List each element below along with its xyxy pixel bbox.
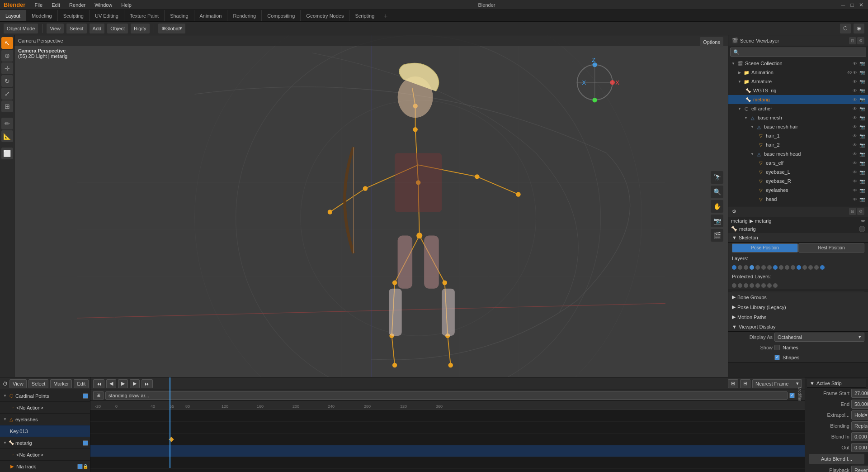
- eye-icon[interactable]: 👁: [852, 197, 858, 202]
- tab-sculpting[interactable]: Sculpting: [58, 10, 90, 21]
- layer-dot-10[interactable]: [785, 265, 789, 270]
- layer-dot-6[interactable]: [761, 265, 766, 270]
- eye-icon[interactable]: 👁: [852, 124, 858, 129]
- pose-position-btn[interactable]: Pose Position: [732, 243, 798, 253]
- eye-icon[interactable]: 👁: [852, 133, 858, 138]
- strip-active-check[interactable]: [789, 393, 795, 398]
- viewport-display-header[interactable]: ▼ Viewport Display: [728, 322, 868, 332]
- outliner-item-hair-2[interactable]: ▽ hair_2 👁 📷: [728, 140, 868, 149]
- viewport[interactable]: Camera Perspective Camera Perspective (5…: [14, 35, 728, 377]
- blend-in-value[interactable]: 0.000: [851, 432, 868, 441]
- layer-dot-7[interactable]: [767, 265, 772, 270]
- outliner-settings-icon[interactable]: ⚙: [857, 37, 864, 44]
- outliner-item-animation[interactable]: ▶ 📁 Animation 40 👁 📷: [728, 68, 868, 77]
- render-icon[interactable]: 📷: [859, 152, 865, 157]
- camera-btn[interactable]: 📷: [711, 215, 723, 227]
- annotate-tool[interactable]: ✏: [1, 118, 13, 129]
- next-frame-btn[interactable]: ▶: [130, 379, 140, 388]
- props-settings-icon[interactable]: ⚙: [857, 208, 864, 215]
- tab-texture-paint[interactable]: Texture Paint: [124, 10, 165, 21]
- eye-icon[interactable]: 👁: [852, 106, 858, 111]
- pose-library-row[interactable]: ▶ Pose Library (Legacy): [728, 302, 868, 312]
- outliner-item-eyebase-l[interactable]: ▽ eyebase_L 👁 📷: [728, 167, 868, 176]
- outliner-item-armature-collection[interactable]: ▼ 📁 Armature 👁 📷: [728, 77, 868, 86]
- outliner-item-base-mesh-head[interactable]: ▼ △ base mesh head 👁 📷: [728, 149, 868, 158]
- select-menu-btn[interactable]: Select: [66, 24, 87, 33]
- protected-dot-5[interactable]: [755, 283, 760, 288]
- select-tool[interactable]: ↖: [1, 37, 13, 49]
- pan-btn[interactable]: ✋: [711, 200, 723, 213]
- layer-dot-13[interactable]: [802, 265, 807, 270]
- outliner-item-base-mesh-hair[interactable]: ▼ △ base mesh hair 👁 📷: [728, 122, 868, 131]
- render-icon[interactable]: 📷: [859, 106, 865, 111]
- tab-layout[interactable]: Layout: [0, 10, 26, 21]
- scale-tool[interactable]: ⤢: [1, 88, 13, 100]
- render-icon[interactable]: 📷: [859, 179, 865, 184]
- eye-icon[interactable]: 👁: [852, 152, 858, 157]
- track-metarig[interactable]: ▼ 🦴 metarig: [0, 437, 90, 449]
- move-tool[interactable]: ✛: [1, 62, 13, 74]
- rest-position-btn[interactable]: Rest Position: [798, 243, 864, 253]
- layer-dot-12[interactable]: [797, 265, 801, 270]
- last-frame-btn[interactable]: ⏭: [142, 379, 153, 388]
- outliner-item-head[interactable]: ▽ head 👁 📷: [728, 195, 868, 204]
- frame-start-value[interactable]: 27.000: [851, 389, 868, 398]
- layer-dot-15[interactable]: [814, 265, 819, 270]
- outliner-item-ears[interactable]: ▽ ears_elf 👁 📷: [728, 158, 868, 167]
- render-icon[interactable]: 📷: [859, 188, 865, 193]
- bone-groups-row[interactable]: ▶ Bone Groups: [728, 292, 868, 302]
- end-value[interactable]: 58.000: [851, 400, 868, 409]
- play-btn[interactable]: ⏮: [93, 379, 104, 388]
- protected-dot-6[interactable]: [761, 283, 766, 288]
- add-menu-btn[interactable]: Add: [90, 24, 105, 33]
- nearest-frame-dropdown[interactable]: Nearest Frame ▾: [752, 379, 802, 388]
- viewport-options-btn[interactable]: Options: [700, 37, 723, 47]
- skeleton-section-header[interactable]: ▼ Skeleton: [728, 233, 868, 243]
- zoom-in-btn[interactable]: 🔭: [711, 171, 723, 184]
- strip-toggle-btn[interactable]: ⊞: [93, 391, 104, 400]
- render-icon[interactable]: 📷: [859, 115, 865, 120]
- track-nla[interactable]: ▶ NlaTrack 🔒: [0, 461, 90, 472]
- layer-dot-5[interactable]: [755, 265, 760, 270]
- track-key013[interactable]: Key.013: [0, 425, 90, 437]
- outliner-search[interactable]: 🔍: [730, 48, 866, 57]
- eye-icon[interactable]: 👁: [852, 170, 858, 175]
- props-filter-icon[interactable]: ⊟: [849, 208, 856, 215]
- select-btn[interactable]: Select: [28, 379, 49, 388]
- rigify-btn[interactable]: Rigify: [131, 24, 150, 33]
- menu-file[interactable]: File: [33, 1, 44, 9]
- tab-compositing[interactable]: Compositing: [262, 10, 301, 21]
- menu-help[interactable]: Help: [119, 1, 133, 9]
- close-button[interactable]: ✕: [858, 2, 864, 8]
- protected-dot-4[interactable]: [750, 283, 754, 288]
- eye-icon[interactable]: 👁: [852, 79, 858, 84]
- blending-dropdown[interactable]: Replace ▾: [851, 421, 868, 430]
- minimize-button[interactable]: ─: [840, 2, 846, 8]
- track-eyelashes[interactable]: ▼ △ eyelashes: [0, 414, 90, 425]
- outliner-item-eyebase-r[interactable]: ▽ eyebase_R 👁 📷: [728, 176, 868, 186]
- layer-dot-9[interactable]: [779, 265, 783, 270]
- layer-dot-8[interactable]: [773, 265, 778, 270]
- tab-shading[interactable]: Shading: [165, 10, 194, 21]
- outliner-item-metarig[interactable]: 🦴 metarig 👁 📷: [728, 95, 868, 104]
- render-icon[interactable]: 📷: [859, 61, 865, 66]
- menu-window[interactable]: Window: [93, 1, 114, 9]
- prev-frame-btn[interactable]: ◀: [106, 379, 116, 388]
- render-icon[interactable]: 📷: [859, 124, 865, 129]
- menu-edit[interactable]: Edit: [50, 1, 62, 9]
- outliner-filter-icon[interactable]: ⊟: [849, 37, 856, 44]
- eye-icon[interactable]: 👁: [852, 61, 858, 66]
- display-as-dropdown[interactable]: Octahedral ▾: [774, 333, 864, 342]
- protected-dot-8[interactable]: [773, 283, 778, 288]
- outliner-item-hair-1[interactable]: ▽ hair_1 👁 📷: [728, 131, 868, 140]
- tab-modeling[interactable]: Modeling: [26, 10, 58, 21]
- layer-dot-16[interactable]: [820, 265, 825, 270]
- track-cardinal-points[interactable]: ▼ ⬡ Cardinal Points: [0, 390, 90, 402]
- camera2-btn[interactable]: 🎬: [711, 229, 723, 242]
- edit-btn[interactable]: Edit: [74, 379, 89, 388]
- render-icon[interactable]: 📷: [859, 170, 865, 175]
- track-toggle-nla[interactable]: [77, 464, 83, 469]
- outliner-item-base-mesh[interactable]: ▼ △ base mesh 👁 📷: [728, 113, 868, 122]
- layer-dot-1[interactable]: [732, 265, 736, 270]
- measure-tool[interactable]: 📐: [1, 130, 13, 142]
